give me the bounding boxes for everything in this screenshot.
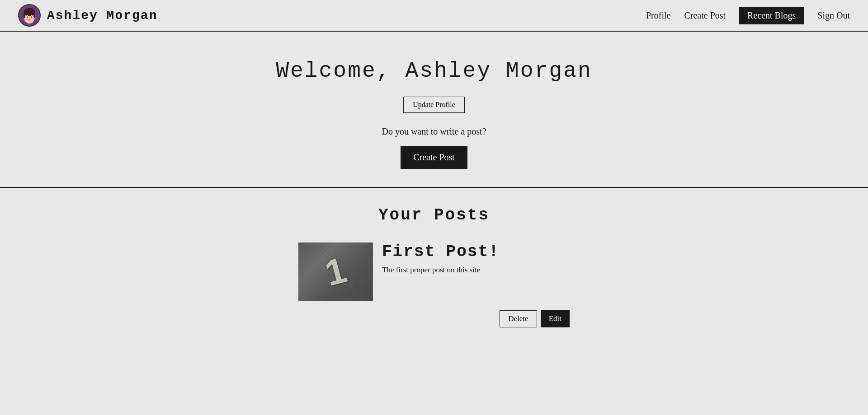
post-image-number: 1 bbox=[321, 252, 350, 292]
profile-nav-link[interactable]: Profile bbox=[646, 10, 670, 21]
posts-section: Your Posts 1 First Post! The first prope… bbox=[0, 188, 868, 345]
edit-button[interactable]: Edit bbox=[541, 310, 570, 327]
navbar: Ashley Morgan Profile Create Post Recent… bbox=[0, 0, 868, 32]
delete-button[interactable]: Delete bbox=[500, 310, 537, 327]
recent-blogs-nav-link[interactable]: Recent Blogs bbox=[739, 7, 804, 24]
svg-point-2 bbox=[24, 8, 35, 16]
post-card: 1 First Post! The first proper post on t… bbox=[298, 242, 570, 327]
brand-name: Ashley Morgan bbox=[47, 9, 157, 23]
welcome-title: Welcome, Ashley Morgan bbox=[276, 59, 592, 83]
avatar bbox=[18, 4, 41, 27]
svg-point-9 bbox=[29, 18, 30, 19]
hero-section: Welcome, Ashley Morgan Update Profile Do… bbox=[0, 32, 868, 188]
svg-point-7 bbox=[27, 16, 28, 18]
sign-out-nav-link[interactable]: Sign Out bbox=[817, 10, 850, 21]
write-post-prompt: Do you want to write a post? bbox=[382, 126, 486, 137]
posts-section-title: Your Posts bbox=[378, 206, 490, 224]
post-actions: Delete Edit bbox=[500, 310, 570, 327]
navbar-links: Profile Create Post Recent Blogs Sign Ou… bbox=[646, 7, 850, 24]
create-post-button[interactable]: Create Post bbox=[401, 146, 467, 169]
post-image: 1 bbox=[298, 242, 373, 301]
brand-link[interactable]: Ashley Morgan bbox=[18, 4, 157, 27]
update-profile-button[interactable]: Update Profile bbox=[403, 97, 465, 113]
post-info: First Post! The first proper post on thi… bbox=[382, 242, 570, 275]
create-post-nav-link[interactable]: Create Post bbox=[684, 10, 726, 21]
post-content: 1 First Post! The first proper post on t… bbox=[298, 242, 570, 301]
svg-rect-3 bbox=[24, 12, 25, 18]
svg-rect-4 bbox=[33, 12, 35, 18]
svg-point-8 bbox=[31, 16, 32, 18]
post-title: First Post! bbox=[382, 242, 570, 261]
post-description: The first proper post on this site bbox=[382, 266, 570, 275]
